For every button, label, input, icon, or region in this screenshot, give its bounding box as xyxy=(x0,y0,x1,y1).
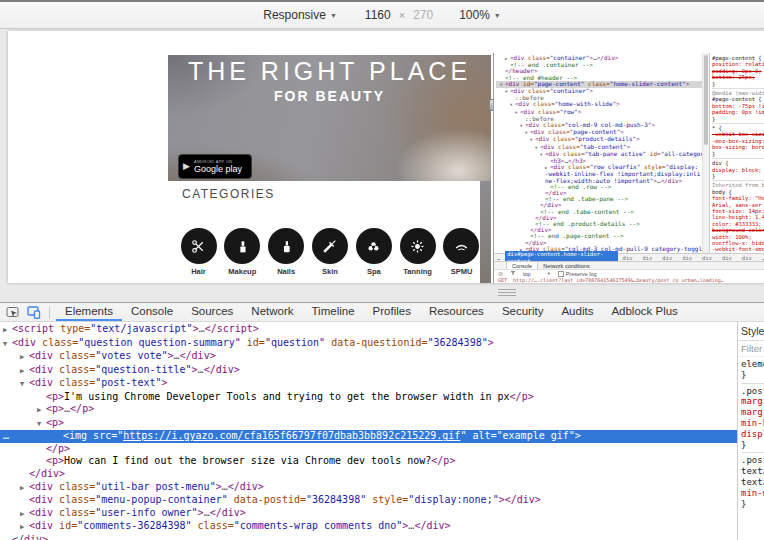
expand-arrow-icon[interactable]: ▶ xyxy=(3,324,12,337)
eyebrow-icon xyxy=(443,228,479,264)
tab-security[interactable]: Security xyxy=(493,303,553,321)
dom-node-row[interactable]: ▼<div class="post-text"> xyxy=(0,377,737,391)
toggle-device-toolbar-icon[interactable] xyxy=(27,306,41,319)
nail-polish-icon xyxy=(268,228,304,264)
clear-console-icon: ⊘ xyxy=(498,271,503,277)
tab-timeline[interactable]: Timeline xyxy=(303,303,364,321)
google-play-badge[interactable]: ▶ ANDROID APP ON Google play xyxy=(178,154,252,179)
checkbox-icon xyxy=(558,271,564,277)
expand-arrow-icon[interactable]: ▶ xyxy=(20,521,29,534)
tab-audits[interactable]: Audits xyxy=(552,303,602,321)
dom-node-row[interactable]: </div> xyxy=(0,534,737,540)
expand-arrow-icon[interactable]: ▶ xyxy=(20,482,29,495)
category-spa[interactable]: Spa xyxy=(353,228,394,276)
devtools-tabs: ElementsConsoleSourcesNetworkTimelinePro… xyxy=(56,303,687,321)
expand-arrow-icon[interactable]: ▶ xyxy=(20,508,29,521)
tab-profiles[interactable]: Profiles xyxy=(364,303,420,321)
dom-node-row[interactable]: <p>How can I find out the browser size v… xyxy=(0,455,737,468)
viewport-size: 1160 × 270 xyxy=(365,8,433,22)
style-rule-line: line-height: 1.42 xyxy=(712,214,764,220)
style-rule-line: * { xyxy=(712,123,764,131)
dom-node-row[interactable]: ▼<p> xyxy=(0,417,737,431)
syringe-icon xyxy=(312,228,348,264)
dom-node-row[interactable]: </div> xyxy=(0,468,737,481)
toolbar-divider xyxy=(49,306,50,319)
category-hair[interactable]: Hair xyxy=(178,228,219,276)
inspect-element-icon[interactable] xyxy=(6,306,20,319)
tab-adblock-plus[interactable]: Adblock Plus xyxy=(602,303,686,321)
style-rule-line[interactable]: margin-top: 0px; xyxy=(741,407,764,418)
dom-node-row[interactable]: ▶<div id="comments-36284398" class="comm… xyxy=(0,520,737,534)
zoom-select[interactable]: 100% ▼ xyxy=(459,8,501,22)
expand-arrow-icon[interactable]: ▶ xyxy=(37,404,46,417)
emulated-page-viewport: THE RIGHT PLACE FOR BEAUTY ▶ ANDROID APP… xyxy=(8,31,764,283)
selected-img-node-row[interactable]: …<img src="https://i.gyazo.com/cfa165f66… xyxy=(0,430,737,443)
category-makeup[interactable]: Makeup xyxy=(222,228,263,276)
style-rule-line: box-sizing: borde xyxy=(712,144,764,150)
style-rule-line[interactable]: textarea.wmd-input, xyxy=(741,466,764,477)
expand-arrow-icon[interactable]: ▼ xyxy=(20,378,29,391)
tab-network[interactable]: Network xyxy=(242,303,302,321)
viewport-resize-grip[interactable] xyxy=(498,289,516,298)
dom-node-row[interactable]: ▼<div class="question question-summary" … xyxy=(0,337,737,351)
dom-node-row[interactable]: ▶<script type="text/javascript">…</scrip… xyxy=(0,323,737,337)
recorded-console-tabbar: Console Network conditions xyxy=(494,261,764,269)
style-rule-line[interactable]: .post-text { xyxy=(741,383,764,397)
preserve-log-checkbox: Preserve log xyxy=(558,271,597,277)
sun-icon xyxy=(400,228,436,264)
dom-node-row[interactable]: ▶<div class="votes vote">…</div> xyxy=(0,350,737,364)
dom-node-row[interactable]: <div class="menu-popup-container" data-p… xyxy=(0,494,737,507)
dom-node-row[interactable]: ▶<div class="user-info owner">…</div> xyxy=(0,507,737,521)
expand-arrow-icon[interactable]: ▶ xyxy=(20,365,29,378)
chevron-down-icon: ▼ xyxy=(330,12,337,19)
chevron-down-icon: ▼ xyxy=(494,12,501,19)
category-label: Tanning xyxy=(403,267,432,276)
dom-node-row[interactable]: <p>I'm using Chrome Developer Tools and … xyxy=(0,391,737,404)
dom-node-row[interactable]: ▶<p>…</p> xyxy=(0,403,737,417)
expand-arrow-icon[interactable]: ▼ xyxy=(37,418,46,431)
style-rule-line[interactable]: element.style { xyxy=(741,359,764,370)
category-nails[interactable]: Nails xyxy=(266,228,307,276)
device-mode-toolbar: Responsive ▼ 1160 × 270 100% ▼ xyxy=(0,2,764,29)
flower-icon xyxy=(356,228,392,264)
tab-console[interactable]: Console xyxy=(122,303,182,321)
style-rule-line[interactable]: } xyxy=(741,440,764,451)
viewport-height-input[interactable]: 270 xyxy=(413,8,433,22)
expand-arrow-icon[interactable]: ▶ xyxy=(20,351,29,364)
category-label: Makeup xyxy=(228,267,256,276)
device-type-label: Responsive xyxy=(263,8,326,22)
tab-sources[interactable]: Sources xyxy=(182,303,242,321)
play-icon: ▶ xyxy=(183,162,190,171)
style-rule-line[interactable]: } xyxy=(741,499,764,510)
style-rule-line: -webkit-font-smoo xyxy=(712,246,764,252)
viewport-width-input[interactable]: 1160 xyxy=(365,8,391,22)
hero-banner-image: THE RIGHT PLACE FOR BEAUTY ▶ ANDROID APP… xyxy=(168,55,491,181)
recorded-elements-tree: ▶<div class="container">…</div><!-- end … xyxy=(494,53,702,253)
category-spmu[interactable]: SPMU xyxy=(441,228,482,276)
tab-styles[interactable]: Styles xyxy=(738,322,764,341)
size-separator: × xyxy=(399,9,405,21)
dom-node-row: ▼<div class="tab-pane active" id="all-ca… xyxy=(496,151,702,158)
device-type-select[interactable]: Responsive ▼ xyxy=(263,8,337,22)
style-rule-line[interactable]: min-width: 0; xyxy=(741,488,764,499)
styles-filter-input[interactable]: Filter xyxy=(738,341,764,357)
style-rule-line[interactable]: .post-text, xyxy=(741,452,764,466)
breadcrumb-overflow: … xyxy=(497,255,500,261)
category-skin[interactable]: Skin xyxy=(309,228,350,276)
style-rule-line[interactable]: } xyxy=(741,370,764,381)
tab-resources[interactable]: Resources xyxy=(420,303,493,321)
tab-elements[interactable]: Elements xyxy=(56,303,122,321)
style-rule-line[interactable]: display: block; xyxy=(741,429,764,440)
recorded-console-log-line: GET http://….client?last_id=788764154617… xyxy=(494,277,764,283)
category-tanning[interactable]: Tanning xyxy=(397,228,438,276)
dom-node-row[interactable]: ▶<div class="util-bar post-menu">…</div> xyxy=(0,481,737,495)
dom-node-row[interactable]: ▶<div class="question-title">…</div> xyxy=(0,364,737,378)
hero-title: THE RIGHT PLACE xyxy=(168,57,491,86)
style-rule-line[interactable]: textarea, xyxy=(741,477,764,488)
style-rule-line[interactable]: margin-bottom: 1em; xyxy=(741,396,764,407)
expand-arrow-icon[interactable]: ▼ xyxy=(3,338,12,351)
style-rule-line[interactable]: min-height: 20px; xyxy=(741,418,764,429)
lipstick-icon xyxy=(224,228,260,264)
dom-node-row[interactable]: </p> xyxy=(0,443,737,456)
style-rule-line: padding: 0px !im xyxy=(712,109,764,115)
